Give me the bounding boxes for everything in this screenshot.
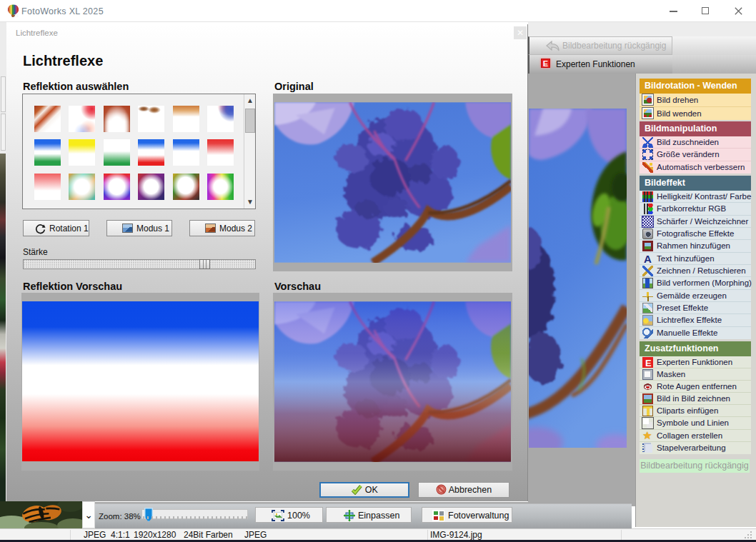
svg-text:25: 25 (14, 14, 18, 18)
